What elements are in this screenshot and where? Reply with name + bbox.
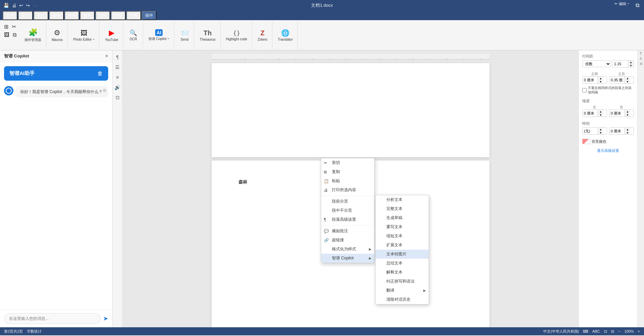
before-up[interactable]: ▲ <box>598 77 603 80</box>
lt-icon-4[interactable]: 🔊 <box>114 83 122 91</box>
ctx-clear-history[interactable]: 清除对话历史 <box>376 295 429 304</box>
menu-reference[interactable]: 参考 <box>80 11 95 20</box>
ocr-button[interactable]: 🔍 OCR <box>127 28 140 42</box>
ctx-hyperlink[interactable]: 🔗 超链接 <box>321 236 374 245</box>
ctx-copilot[interactable]: 智谱 Copilot ▶ <box>321 254 374 263</box>
ribbon-icon-4[interactable]: ⧉ <box>11 31 18 39</box>
thesaurus-button[interactable]: Th Thesaurus <box>198 28 217 43</box>
ctx-copy[interactable]: ⧉ 复制 <box>321 167 374 176</box>
ctx-comment[interactable]: 💬 顽如批注 <box>321 226 374 236</box>
fr-icon-3[interactable]: ⊞ <box>640 62 642 66</box>
zotero-button[interactable]: Z Zotero <box>256 28 269 43</box>
special-val-field[interactable] <box>609 128 625 134</box>
right-indent-field[interactable] <box>609 111 625 116</box>
lt-icon-2[interactable]: ☰ <box>114 63 122 71</box>
restore-button[interactable]: ⧉ <box>633 1 641 9</box>
ctx-page-break-before[interactable]: 段前分页 <box>321 197 374 206</box>
menu-layout[interactable]: 布局 <box>65 11 79 20</box>
left-down[interactable]: ▼ <box>598 113 603 117</box>
menu-draw[interactable]: 图画 <box>49 11 64 20</box>
zhitan-button[interactable]: AI 智谱 Copilot ~ <box>146 28 172 43</box>
youtube-button[interactable]: ▶ YouTube <box>103 27 120 43</box>
photo-editor-button[interactable]: 🖼 Photo Editor ~ <box>71 28 97 43</box>
ctx-correct[interactable]: 纠正拼写和语法 <box>376 277 429 286</box>
menu-file[interactable]: 文件 <box>3 11 17 20</box>
zoom-in-btn[interactable]: + <box>638 329 640 333</box>
no-spacing-checkbox[interactable] <box>582 88 587 92</box>
ctx-print[interactable]: 🖨 打印所选内容 <box>321 185 374 195</box>
special-down[interactable]: ▼ <box>598 131 603 134</box>
lt-icon-1[interactable]: ¶ <box>114 53 122 61</box>
after-down[interactable]: ▼ <box>625 80 630 83</box>
menu-collaborate[interactable]: 协作 <box>95 11 110 20</box>
right-up[interactable]: ▲ <box>625 110 630 113</box>
word-count-btn[interactable]: 字数统计 <box>27 329 42 334</box>
ctx-cut[interactable]: ✂ 剪切 <box>321 158 374 167</box>
left-up[interactable]: ▲ <box>598 110 603 113</box>
translator-button[interactable]: 🌐 Translator <box>276 28 295 43</box>
fr-icon-1[interactable]: ¶ <box>640 52 642 55</box>
zoom-out-btn[interactable]: − <box>618 329 620 333</box>
save-button[interactable]: 💾 <box>3 2 10 9</box>
document-area[interactable]: 森林 ✂ 剪切 ⧉ 复制 📋 粘贴 🖨 打印所选内容 段前分页 <box>123 50 578 327</box>
ctx-format-style[interactable]: 格式化为样式 ▶ <box>321 245 374 254</box>
print-button[interactable]: 🖨 <box>11 2 17 9</box>
lt-icon-3[interactable]: ≡ <box>114 73 122 81</box>
special-val-down[interactable]: ▼ <box>625 131 630 134</box>
redo-button[interactable]: ↪ <box>25 2 31 9</box>
ribbon-icon-2[interactable]: ✂ <box>10 23 17 31</box>
plugin-manager-button[interactable]: 🧩 插件管理器 <box>23 27 43 44</box>
ctx-text-to-image[interactable]: 文本转图片 <box>376 250 429 259</box>
highlight-button[interactable]: {} Highlight code <box>224 28 249 42</box>
ctx-explain[interactable]: 解释文本 <box>376 268 429 277</box>
ctx-summarize[interactable]: 总结文本 <box>376 259 429 268</box>
macros-button[interactable]: ⚙ Macros <box>50 27 65 43</box>
spacing-down[interactable]: ▼ <box>628 64 634 67</box>
view-icon-2[interactable]: ⊟ <box>611 329 614 334</box>
ctx-no-break[interactable]: 段中不分页 <box>321 206 374 215</box>
lt-icon-5[interactable]: ⊡ <box>114 93 122 101</box>
fr-icon-2[interactable]: A <box>640 57 642 60</box>
before-value-field[interactable] <box>583 77 598 83</box>
view-icon-1[interactable]: ⊡ <box>604 329 607 334</box>
copilot-trash-button[interactable]: 🗑 <box>97 71 103 77</box>
after-up[interactable]: ▲ <box>625 77 630 80</box>
ctx-draft[interactable]: 生成草稿 <box>376 213 429 222</box>
ctx-expand[interactable]: 扩展文本 <box>376 241 429 250</box>
copilot-copy-button[interactable]: ⧉ <box>103 88 106 93</box>
ctx-comment-label: 顽如批注 <box>332 228 348 234</box>
send-button[interactable]: 📨 Send <box>178 28 191 43</box>
left-indent-field[interactable] <box>583 111 598 116</box>
special-val-up[interactable]: ▲ <box>625 128 630 131</box>
copilot-send-button[interactable]: ➤ <box>103 315 108 322</box>
copilot-message-input[interactable] <box>4 313 100 324</box>
special-up[interactable]: ▲ <box>598 128 603 131</box>
right-down[interactable]: ▼ <box>625 113 630 117</box>
bg-color-swatch[interactable] <box>582 139 590 144</box>
ribbon-icon-1[interactable]: ⊞ <box>3 23 10 31</box>
menu-home[interactable]: 首页 <box>18 11 33 20</box>
ctx-rewrite[interactable]: 重写文本 <box>376 222 429 232</box>
menu-insert[interactable]: 插入 <box>34 11 48 20</box>
ctx-para-advanced[interactable]: ¶ 段落高级设置 <box>321 215 374 224</box>
keyboard-icon[interactable]: ⌨ <box>583 329 588 334</box>
ctx-analyze[interactable]: 分析文本 <box>376 195 429 204</box>
ctx-translate[interactable]: 翻译 ▶ <box>376 286 429 295</box>
menu-plugin[interactable]: 插件 <box>142 11 157 20</box>
before-down[interactable]: ▼ <box>598 80 603 83</box>
spell-icon[interactable]: ABC <box>592 329 600 333</box>
line-spacing-select[interactable]: 倍数 <box>582 60 611 67</box>
spacing-value-field[interactable] <box>613 61 628 67</box>
menu-protect[interactable]: 保护 <box>111 11 126 20</box>
special-type-field[interactable] <box>583 128 598 134</box>
after-value-field[interactable] <box>609 77 625 83</box>
undo-button[interactable]: ↩ <box>18 2 24 9</box>
advanced-settings-link[interactable]: 显示高级设置 <box>582 148 634 153</box>
ctx-complete[interactable]: 完整文本 <box>376 204 429 213</box>
ctx-shorten[interactable]: 缩短文本 <box>376 232 429 241</box>
copilot-close-button[interactable]: × <box>105 53 108 59</box>
menu-view[interactable]: 视图 <box>126 11 141 20</box>
ctx-paste[interactable]: 📋 粘贴 <box>321 176 374 185</box>
ribbon-icon-3[interactable]: 🖼 <box>3 31 11 39</box>
spacing-up[interactable]: ▲ <box>628 60 634 64</box>
